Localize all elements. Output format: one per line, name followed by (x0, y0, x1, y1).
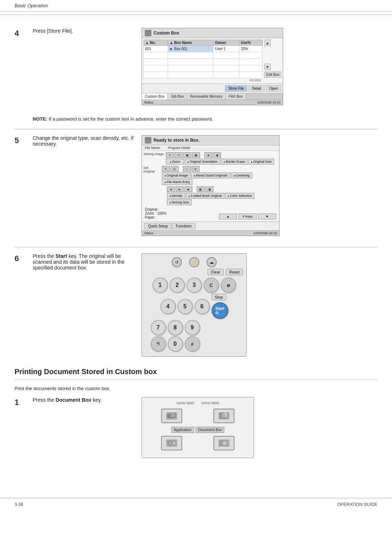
keypad-top-icons: ↺ ⚡ ☁ (146, 257, 243, 267)
step-6-text: Press the Start key. The original will b… (33, 253, 134, 271)
rts-subtitle: File Name: Program Detail: (142, 145, 279, 151)
key-star-slash[interactable]: */ (151, 336, 166, 352)
step-5-image: Ready to store in Box. File Name: Progra… (142, 135, 279, 236)
functions-tab[interactable]: Functions (172, 223, 195, 229)
scroll-down-btn[interactable]: ▼ (264, 64, 271, 70)
border-erase-btn[interactable]: Border Erase (221, 159, 248, 165)
quick-setup-tab[interactable]: Quick Setup (144, 223, 172, 229)
col-no: ▲ No. (144, 40, 168, 46)
orientation-btn[interactable]: Original Orientation (185, 159, 220, 165)
set-original-label: Set Original (143, 166, 160, 173)
r3-icon-1[interactable]: ◄ (167, 186, 175, 192)
original-size-btn[interactable]: Original Size (248, 159, 274, 165)
zoom-btn[interactable]: Zoom (166, 159, 184, 165)
key-5[interactable]: 5 (177, 299, 193, 314)
set-orig-icon-1[interactable]: ≡ (162, 166, 170, 172)
docbox-btn-1[interactable] (161, 409, 182, 423)
icon-btn-5[interactable]: ◈ (204, 152, 212, 158)
key-hash[interactable]: # (185, 336, 200, 352)
svg-rect-6 (172, 442, 175, 445)
page-info: 001/001 (143, 78, 263, 82)
rts-bottom-bar: Quick Setup Functions (142, 222, 279, 230)
note-text: If a password is set for the custom box … (49, 116, 213, 122)
main-content: 4 Press [Store File]. Custom Box (0, 21, 392, 483)
energy-icon[interactable]: ⚡ (189, 257, 199, 267)
color-selection-btn[interactable]: Color Selection (225, 193, 254, 199)
sided-book-btn[interactable]: 2-sided Book Original (186, 193, 224, 199)
r3-icon-2[interactable]: ► (176, 186, 184, 192)
stop-button[interactable]: Stop (212, 294, 226, 300)
start-button[interactable]: Start⊙ (212, 302, 228, 319)
docbox-app-label-row: Application Document Box (146, 427, 250, 433)
tab-custom-box[interactable]: Custom Box (142, 93, 168, 100)
r3-icon-4[interactable]: ◧ (197, 186, 205, 192)
mixed-sized-btn[interactable]: Mixed Sized Originals (191, 173, 230, 178)
icon-btn-1[interactable]: ≡ (166, 152, 174, 158)
docbox-btn-3[interactable] (161, 436, 182, 450)
r3-icon-3[interactable]: ■ (184, 186, 192, 192)
key-slash[interactable]: ⌀ (221, 278, 236, 293)
custom-box-icon (145, 30, 151, 36)
centering-btn[interactable]: Centering (231, 173, 252, 178)
key-3[interactable]: 3 (187, 278, 202, 293)
key-9[interactable]: 9 (185, 320, 200, 335)
icon-btn-2[interactable]: ✕ (175, 152, 183, 158)
keypad-ui: ↺ ⚡ ☁ Clear Reset 1 2 3 C ⌀ (142, 253, 247, 357)
set-orig-icon-4[interactable]: ⊘ (192, 166, 200, 172)
key-c[interactable]: C (204, 278, 219, 293)
density-btn[interactable]: Density (167, 193, 185, 199)
custom-box-table-area: ▲ No. ▲ Box Name Owner Use% 001 (142, 38, 283, 84)
note-label: NOTE: (33, 116, 47, 122)
set-original-controls: ≡ ⊟ ↕ ⊘ Original Image Mixed Sized Origi… (162, 166, 278, 185)
rts-status-bar: Status 10/5/2006 10:10 (142, 230, 279, 236)
nav-down-btn[interactable]: ▼ (258, 214, 276, 219)
svg-text:4: 4 (223, 414, 225, 417)
hash-keys-btn[interactable]: # Keys (238, 214, 257, 219)
tab-job-box[interactable]: Job Box (168, 93, 187, 100)
edit-box-button[interactable]: Edit Box (264, 72, 281, 78)
paper-info: Paper : (145, 215, 166, 219)
docbox-label-1: some label (177, 401, 194, 405)
nav-up-btn[interactable]: ▲ (219, 214, 237, 219)
reset-button[interactable]: Reset (226, 269, 243, 275)
keypad-row-1: 1 2 3 C ⌀ (146, 278, 243, 293)
scroll-up-btn[interactable]: ▲ (264, 40, 271, 46)
key-1[interactable]: 1 (152, 278, 168, 293)
custom-box-title: Custom Box (154, 31, 179, 36)
step-5-number: 5 (15, 136, 25, 145)
icon-btn-4[interactable]: ▣ (192, 152, 200, 158)
app-label: Application (171, 427, 194, 433)
detail-button[interactable]: Detail (249, 85, 265, 92)
clear-button[interactable]: Clear (208, 269, 224, 275)
key-4[interactable]: 4 (160, 299, 176, 314)
key-2[interactable]: 2 (170, 278, 185, 293)
tab-fax-box[interactable]: FAX Box (226, 93, 246, 100)
store-file-button[interactable]: Store File (225, 85, 247, 92)
icon-btn-3[interactable]: ▣ (183, 152, 191, 158)
step-6-number: 6 (15, 254, 25, 263)
original-image-btn[interactable]: Original Image (162, 173, 191, 178)
step-5-row: 5 Change the original type, scan density… (15, 135, 377, 236)
key-6[interactable]: 6 (195, 299, 210, 314)
tab-removable-memory[interactable]: Removable Memory (187, 93, 226, 100)
key-0[interactable]: 0 (168, 336, 183, 352)
keypad-row-4: */ 0 # (146, 336, 243, 352)
table-row[interactable]: 001 ► Box 001 User:1 20% (144, 46, 263, 52)
r3-icon-5[interactable]: ◨ (205, 186, 213, 192)
icon-btn-6[interactable]: ◉ (213, 152, 221, 158)
set-orig-icon-2[interactable]: ⊟ (171, 166, 179, 172)
docbox-btn-2[interactable]: 4 (213, 409, 234, 423)
cloud-icon[interactable]: ☁ (207, 257, 217, 267)
key-7[interactable]: 7 (151, 320, 166, 335)
set-orig-icon-3[interactable]: ↕ (183, 166, 191, 172)
key-8[interactable]: 8 (168, 320, 183, 335)
open-button[interactable]: Open (266, 85, 281, 92)
row3-text-buttons: Density 2-sided Book Original Color Sele… (167, 193, 278, 205)
docbox-btn-4[interactable] (213, 436, 234, 450)
row-no: 001 (144, 46, 168, 52)
file-name-btn[interactable]: File Name Entry (162, 179, 193, 185)
storing-size-btn[interactable]: Storing Size (167, 199, 192, 205)
page-footer: 3-38 OPERATION GUIDE (0, 498, 392, 511)
power-icon[interactable]: ↺ (172, 257, 182, 267)
keypad-row-3: 7 8 9 (146, 320, 243, 335)
